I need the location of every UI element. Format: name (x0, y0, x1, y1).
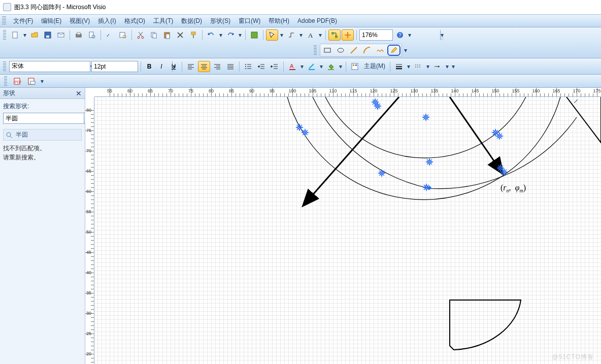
menu-adobe-pdf[interactable]: Adobe PDF(B) (293, 16, 341, 25)
zoom-combo[interactable]: ▾ (359, 29, 393, 41)
italic-button[interactable]: I (156, 61, 167, 72)
line-weight-dropdown[interactable]: ▾ (406, 63, 411, 70)
redo-dropdown[interactable]: ▾ (238, 31, 243, 39)
drawing-canvas[interactable]: (rn, φm) @51CTO博客 (94, 97, 601, 364)
align-right-button[interactable] (211, 61, 223, 72)
dynamic-grid-button[interactable] (342, 29, 354, 41)
font-combo[interactable]: ▾ (9, 61, 90, 72)
svg-rect-6 (89, 32, 93, 38)
spelling-button[interactable]: ✓ (104, 29, 116, 41)
undo-button[interactable] (205, 29, 217, 41)
format-painter-button[interactable] (187, 29, 199, 41)
freeform-tool-button[interactable] (374, 45, 386, 56)
rectangle-tool-button[interactable] (321, 45, 333, 56)
pencil-tool-button[interactable] (387, 45, 400, 56)
copy-button[interactable] (148, 29, 160, 41)
pointer-dropdown[interactable]: ▾ (279, 31, 284, 39)
connector-tool-button[interactable] (285, 29, 297, 41)
themes-button[interactable] (349, 61, 361, 72)
arc-tool-button[interactable] (361, 45, 373, 56)
font-input[interactable] (10, 61, 90, 72)
text-tool-button[interactable]: A (305, 29, 317, 41)
text-dropdown[interactable]: ▾ (318, 31, 323, 39)
shapes-window-button[interactable] (248, 29, 260, 41)
drawing-content (94, 97, 601, 364)
menu-help[interactable]: 帮助(H) (264, 16, 293, 26)
format-overflow[interactable]: ▾ (451, 63, 456, 70)
toolbar-overflow[interactable]: ▾ (407, 31, 412, 39)
increase-indent-button[interactable] (269, 61, 281, 72)
pointer-tool-button[interactable] (266, 29, 278, 41)
pdf-export-mail-button[interactable] (25, 76, 38, 87)
line-weight-button[interactable] (393, 61, 405, 72)
cut-button[interactable] (135, 29, 147, 41)
autoconnect-button[interactable] (328, 29, 341, 41)
search-result-header[interactable]: 半圆 (3, 129, 82, 141)
line-pattern-button[interactable] (412, 61, 424, 72)
font-color-dropdown[interactable]: ▾ (299, 63, 305, 70)
search-icon (6, 131, 13, 139)
new-dropdown[interactable]: ▾ (22, 31, 27, 39)
print-preview-button[interactable] (86, 29, 98, 41)
line-pattern-dropdown[interactable]: ▾ (425, 63, 430, 70)
line-tool-button[interactable] (348, 45, 360, 56)
bullets-button[interactable] (242, 61, 254, 72)
drawing-tools-toolbar (320, 44, 402, 57)
fill-color-dropdown[interactable]: ▾ (338, 63, 343, 70)
paste-icon (163, 31, 171, 39)
undo-dropdown[interactable]: ▾ (218, 31, 223, 39)
line-ends-button[interactable] (431, 61, 444, 72)
pdf-export-button[interactable]: PDF (11, 76, 23, 87)
pdf-overflow[interactable]: ▾ (40, 78, 45, 85)
underline-button[interactable]: U (168, 61, 179, 72)
line-color-dropdown[interactable]: ▾ (319, 63, 324, 70)
zoom-dropdown[interactable]: ▾ (440, 30, 444, 40)
menu-insert[interactable]: 插入(I) (94, 16, 120, 26)
align-center-button[interactable] (198, 61, 210, 72)
redo-icon (226, 31, 235, 39)
font-size-combo[interactable]: ▾ (91, 61, 138, 72)
font-color-button[interactable]: A (286, 61, 298, 72)
redo-button[interactable] (224, 29, 237, 41)
delete-button[interactable] (174, 29, 186, 41)
pencil-icon (390, 46, 398, 54)
fill-color-button[interactable] (325, 61, 337, 72)
align-justify-button[interactable] (224, 61, 237, 72)
menu-edit[interactable]: 编辑(E) (37, 16, 65, 26)
menu-shape[interactable]: 形状(S) (206, 16, 235, 26)
menu-view[interactable]: 视图(V) (65, 16, 94, 26)
paste-button[interactable] (161, 29, 173, 41)
connector-dropdown[interactable]: ▾ (298, 31, 304, 39)
grip-icon (3, 61, 6, 72)
new-button[interactable] (9, 29, 21, 41)
help-button[interactable]: ? (394, 29, 406, 41)
watermark: @51CTO博客 (552, 353, 594, 361)
email-button[interactable] (55, 29, 67, 41)
menu-file[interactable]: 文件(F) (9, 16, 37, 26)
save-button[interactable] (42, 29, 54, 41)
svg-text:?: ? (398, 32, 402, 38)
dynamic-grid-icon (344, 31, 352, 39)
themes-label[interactable]: 主题(M) (362, 62, 387, 71)
search-shapes-input[interactable] (4, 113, 84, 123)
menu-window[interactable]: 窗口(W) (235, 16, 264, 26)
ellipse-tool-button[interactable] (335, 45, 347, 56)
research-button[interactable] (117, 29, 129, 41)
menu-format[interactable]: 格式(O) (120, 16, 149, 26)
search-shapes-combo[interactable]: ▾ (3, 113, 92, 124)
grip-icon (314, 45, 317, 55)
close dclose-shapes-pane-button[interactable]: ✕ (76, 89, 82, 97)
research-icon (119, 31, 127, 39)
svg-rect-36 (355, 64, 357, 66)
align-left-button[interactable] (185, 61, 197, 72)
open-button[interactable] (28, 29, 41, 41)
decrease-indent-button[interactable] (255, 61, 268, 72)
print-button[interactable] (73, 29, 85, 41)
drawing-tools-overflow[interactable]: ▾ (403, 47, 408, 54)
menu-data[interactable]: 数据(D) (177, 16, 206, 26)
bold-button[interactable]: B (144, 61, 155, 72)
line-ends-dropdown[interactable]: ▾ (445, 63, 450, 70)
window-title: 图3.3 同心圆阵列 - Microsoft Visio (14, 3, 106, 12)
line-color-button[interactable] (306, 61, 318, 72)
menu-tools[interactable]: 工具(T) (149, 16, 177, 26)
